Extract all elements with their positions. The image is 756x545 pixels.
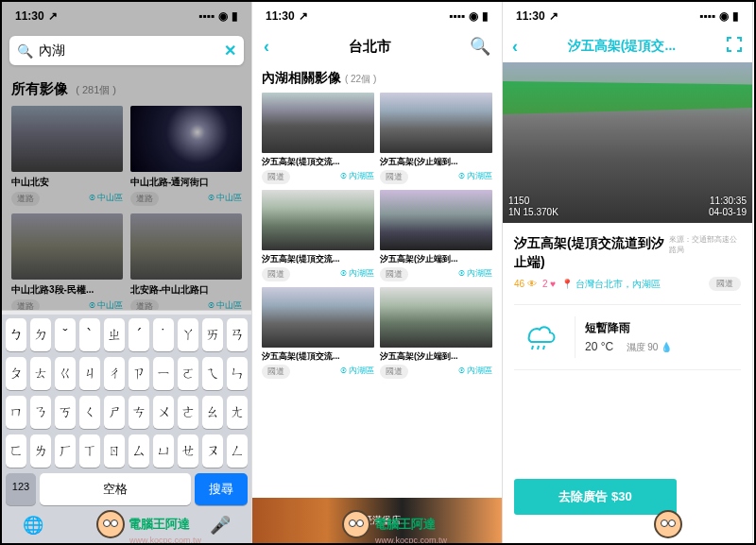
- camera-card[interactable]: 汐五高架(堤頂交流...國道內湖區: [262, 93, 374, 184]
- address-label[interactable]: 📍 台灣台北市，內湖區: [561, 278, 661, 291]
- district-label: 內湖區: [458, 170, 492, 184]
- globe-icon[interactable]: 🌐: [23, 515, 43, 536]
- bopomofo-keyboard: ㄅㄉˇˋㄓˊ˙ㄚㄞㄢ ㄆㄊㄍㄐㄔㄗㄧㄛㄟㄣ ㄇㄋㄎㄑㄕㄘㄨㄜㄠㄤ ㄈㄌㄏㄒㄖㄙㄩ…: [2, 315, 251, 543]
- key[interactable]: ㄘ: [129, 396, 149, 429]
- key[interactable]: ㄡ: [202, 434, 223, 468]
- key[interactable]: ㄈ: [6, 434, 26, 468]
- key[interactable]: ㄩ: [153, 434, 174, 468]
- camera-card[interactable]: 汐五高架(汐止端到...國道內湖區: [380, 287, 492, 379]
- space-key[interactable]: 空格: [40, 473, 191, 505]
- humidity-value: 90 💧: [647, 342, 672, 352]
- key[interactable]: ㄛ: [178, 357, 198, 390]
- key[interactable]: ㄊ: [30, 357, 51, 390]
- wifi-icon: ◉: [719, 9, 729, 23]
- key[interactable]: ㄣ: [227, 357, 248, 390]
- key[interactable]: ㄟ: [202, 357, 223, 390]
- bottom-ad-banner[interactable]: 解憂漢堡店: [252, 498, 502, 543]
- numeric-toggle-key[interactable]: 123: [6, 473, 36, 505]
- key[interactable]: ㄓ: [104, 318, 125, 351]
- road-type-pill: 國道: [380, 365, 408, 379]
- key[interactable]: ㄍ: [55, 357, 76, 390]
- camera-title: 汐五高架(堤頂交流...: [262, 253, 374, 265]
- status-time: 11:30: [266, 9, 295, 23]
- district-label: 內湖區: [458, 267, 492, 281]
- key[interactable]: ㄋ: [30, 396, 51, 429]
- ad-text: 解憂漢堡店: [353, 514, 401, 527]
- key[interactable]: ㄌ: [30, 434, 51, 468]
- search-bar[interactable]: 🔍 ✕: [9, 36, 244, 65]
- fullscreen-icon[interactable]: [726, 36, 743, 57]
- key[interactable]: ㄑ: [79, 396, 100, 429]
- camera-title: 汐五高架(堤頂交流...: [262, 156, 374, 168]
- view-count: 46 👁: [514, 279, 537, 289]
- key[interactable]: ㄞ: [202, 318, 223, 351]
- phone-search-screen: 11:30↗ ▪▪▪▪ ◉ ▮ 🔍 ✕ 所有影像 ( 281個 ) 中山北安 道…: [2, 2, 252, 543]
- camera-title: 汐五高架(汐止端到...: [380, 350, 492, 363]
- key[interactable]: ˊ: [129, 318, 149, 351]
- key[interactable]: ㄇ: [6, 396, 26, 429]
- status-bar: 11:30↗ ▪▪▪▪◉▮: [252, 2, 502, 30]
- camera-title: 汐五高架(汐止端到...: [380, 253, 492, 265]
- phone-list-screen: 11:30↗ ▪▪▪▪◉▮ ‹ 台北市 🔍 內湖相關影像 ( 22個 ) 汐五高…: [252, 2, 503, 543]
- camera-thumbnail: [262, 93, 374, 153]
- overlay-km: 1N 15.370K: [508, 207, 558, 217]
- key[interactable]: ㄅ: [6, 318, 26, 351]
- signal-icon: ▪▪▪▪: [699, 9, 715, 23]
- key[interactable]: ㄏ: [55, 434, 76, 468]
- key[interactable]: ˋ: [79, 318, 100, 351]
- camera-title: 汐五高架(汐止端到...: [380, 156, 492, 168]
- section-count: ( 22個 ): [345, 74, 376, 84]
- key[interactable]: ㄔ: [104, 357, 125, 390]
- key[interactable]: ˇ: [55, 318, 76, 351]
- district-label: 內湖區: [340, 170, 374, 184]
- key[interactable]: ㄉ: [30, 318, 51, 351]
- mic-icon[interactable]: 🎤: [210, 515, 231, 536]
- clear-search-icon[interactable]: ✕: [224, 42, 236, 60]
- key[interactable]: ㄤ: [227, 396, 248, 429]
- rain-cloud-icon: [514, 317, 565, 357]
- page-title: 汐五高架(堤頂交...: [568, 38, 676, 55]
- camera-thumbnail: [380, 190, 492, 250]
- camera-card[interactable]: 汐五高架(堤頂交流...國道內湖區: [262, 287, 374, 379]
- page-title: 台北市: [349, 38, 391, 56]
- location-arrow-icon: ↗: [549, 9, 558, 23]
- search-input[interactable]: [39, 43, 224, 59]
- road-type-pill: 國道: [262, 170, 290, 184]
- camera-card[interactable]: 汐五高架(堤頂交流...國道內湖區: [262, 190, 374, 281]
- status-time: 11:30: [516, 9, 545, 23]
- back-chevron-icon[interactable]: ‹: [264, 37, 269, 57]
- key[interactable]: ㄚ: [178, 318, 198, 351]
- key[interactable]: ㄝ: [178, 434, 198, 468]
- status-bar: 11:30↗ ▪▪▪▪◉▮: [503, 2, 752, 30]
- key[interactable]: ㄢ: [227, 318, 248, 351]
- key[interactable]: ㄗ: [129, 357, 149, 390]
- camera-title: 汐五高架(堤頂交流...: [262, 350, 374, 363]
- camera-thumbnail: [380, 93, 492, 153]
- remove-ads-button[interactable]: 去除廣告 $30: [514, 479, 677, 515]
- key[interactable]: ㄧ: [153, 357, 174, 390]
- key[interactable]: ㄙ: [129, 434, 149, 468]
- key[interactable]: ㄠ: [202, 396, 223, 429]
- search-icon: 🔍: [17, 43, 33, 59]
- camera-thumbnail: [262, 190, 374, 250]
- key[interactable]: ㄆ: [6, 357, 26, 390]
- camera-detail-title: 汐五高架(堤頂交流道到汐止端): [514, 234, 669, 271]
- key[interactable]: ㄎ: [55, 396, 76, 429]
- search-icon[interactable]: 🔍: [470, 36, 490, 57]
- key[interactable]: ˙: [153, 318, 174, 351]
- search-key[interactable]: 搜尋: [195, 473, 248, 505]
- key[interactable]: ㄨ: [153, 396, 174, 429]
- camera-card[interactable]: 汐五高架(汐止端到...國道內湖區: [380, 93, 492, 184]
- key[interactable]: ㄜ: [178, 396, 198, 429]
- road-type-pill: 國道: [709, 277, 741, 291]
- camera-card[interactable]: 汐五高架(汐止端到...國道內湖區: [380, 190, 492, 281]
- weather-panel: 短暫降雨 20 °C 濕度 90 💧: [514, 304, 741, 370]
- key[interactable]: ㄖ: [104, 434, 125, 468]
- key[interactable]: ㄒ: [79, 434, 100, 468]
- back-chevron-icon[interactable]: ‹: [512, 37, 518, 57]
- key[interactable]: ㄕ: [104, 396, 125, 429]
- overlay-time: 11:30:35: [710, 196, 747, 206]
- key[interactable]: ㄐ: [79, 357, 100, 390]
- live-camera-feed[interactable]: 1150 1N 15.370K 11:30:35 04-03-19: [503, 62, 752, 223]
- key[interactable]: ㄥ: [227, 434, 248, 468]
